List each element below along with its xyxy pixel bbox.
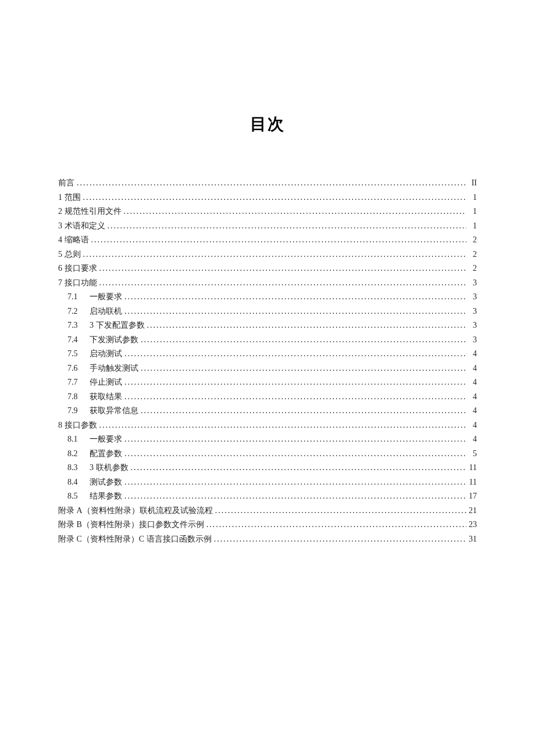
toc-leader-dots bbox=[122, 347, 466, 361]
toc-leader-dots bbox=[122, 375, 466, 390]
toc-entry-page: 11 bbox=[466, 475, 477, 490]
toc-entry-page: II bbox=[466, 176, 477, 191]
toc-entry-page: 21 bbox=[466, 504, 477, 518]
toc-entry-number: 8.3 bbox=[67, 461, 90, 475]
toc-entry-page: 1 bbox=[466, 205, 477, 219]
toc-entry-number: 7.4 bbox=[67, 333, 90, 347]
toc-entry: 8.5结果参数17 bbox=[58, 489, 477, 504]
toc-entry-number: 8.1 bbox=[67, 432, 90, 447]
toc-entry-label: 5 总则 bbox=[58, 248, 81, 262]
toc-entry-label: 结果参数 bbox=[90, 489, 122, 504]
toc-leader-dots bbox=[122, 205, 467, 219]
toc-entry: 7.5启动测试4 bbox=[58, 347, 477, 361]
toc-entry: 8.2配置参数5 bbox=[58, 447, 477, 461]
toc-entry-label: 附录 C（资料性附录）C 语言接口函数示例 bbox=[58, 532, 212, 547]
toc-leader-dots bbox=[89, 233, 467, 248]
toc-leader-dots bbox=[97, 418, 467, 433]
toc-entry-label: 6 接口要求 bbox=[58, 261, 97, 276]
toc-entry: 7.1一般要求3 bbox=[58, 290, 477, 304]
toc-entry-label: 获取结果 bbox=[90, 390, 122, 404]
toc-leader-dots bbox=[122, 290, 466, 304]
toc-leader-dots bbox=[122, 432, 466, 447]
toc-entry-page: 2 bbox=[466, 248, 477, 262]
toc-entry-page: 1 bbox=[466, 219, 477, 234]
toc-entry-label: 附录 A（资料性附录）联机流程及试验流程 bbox=[58, 504, 213, 518]
toc-entry-page: 4 bbox=[466, 418, 477, 433]
toc-leader-dots bbox=[122, 447, 466, 461]
toc-entry: 7.9获取异常信息4 bbox=[58, 404, 477, 418]
toc-entry-label: 8 接口参数 bbox=[58, 418, 97, 433]
toc-entry-number: 7.2 bbox=[67, 304, 90, 319]
toc-leader-dots bbox=[122, 489, 466, 504]
toc-leader-dots bbox=[138, 333, 466, 347]
page-container: 目次 前言II1 范围12 规范性引用文件13 术语和定义14 缩略语25 总则… bbox=[0, 0, 535, 581]
toc-entry-label: 下发测试参数 bbox=[90, 333, 138, 347]
toc-entry-page: 3 bbox=[466, 276, 477, 291]
toc-title: 目次 bbox=[58, 113, 477, 135]
toc-entry-label: 停止测试 bbox=[90, 375, 122, 390]
toc-leader-dots bbox=[212, 532, 466, 547]
toc-entry-label: 获取异常信息 bbox=[90, 404, 138, 418]
toc-entry-page: 5 bbox=[466, 447, 477, 461]
toc-entry-page: 4 bbox=[466, 375, 477, 390]
toc-entry-number: 8.5 bbox=[67, 489, 90, 504]
toc-leader-dots bbox=[74, 176, 466, 191]
toc-entry-label: 3 联机参数 bbox=[90, 461, 129, 475]
toc-leader-dots bbox=[97, 276, 467, 291]
toc-entry-label: 3 术语和定义 bbox=[58, 219, 105, 234]
toc-entry: 8 接口参数4 bbox=[58, 418, 477, 433]
toc-entry-label: 一般要求 bbox=[90, 432, 122, 447]
toc-leader-dots bbox=[138, 361, 466, 376]
toc-entry-number: 7.1 bbox=[67, 290, 90, 304]
toc-entry-page: 31 bbox=[466, 532, 477, 547]
toc-leader-dots bbox=[81, 191, 467, 205]
toc-entry-label: 前言 bbox=[58, 176, 74, 191]
toc-entry-number: 8.4 bbox=[67, 475, 90, 490]
toc-entry-page: 4 bbox=[466, 390, 477, 404]
toc-entry: 7.8获取结果4 bbox=[58, 390, 477, 404]
toc-entry-page: 11 bbox=[466, 461, 477, 475]
toc-entry-label: 2 规范性引用文件 bbox=[58, 205, 122, 219]
toc-entry-page: 2 bbox=[466, 261, 477, 276]
toc-entry-number: 8.2 bbox=[67, 447, 90, 461]
toc-entry-label: 启动联机 bbox=[90, 304, 122, 319]
toc-entry: 6 接口要求2 bbox=[58, 261, 477, 276]
toc-entry: 7.7停止测试4 bbox=[58, 375, 477, 390]
toc-leader-dots bbox=[81, 248, 467, 262]
toc-entry-label: 附录 B（资料性附录）接口参数文件示例 bbox=[58, 518, 204, 532]
toc-entry-number: 7.5 bbox=[67, 347, 90, 361]
toc-entry: 8.4测试参数11 bbox=[58, 475, 477, 490]
toc-entry-number: 7.3 bbox=[67, 318, 90, 333]
toc-leader-dots bbox=[105, 219, 467, 234]
toc-entry-label: 配置参数 bbox=[90, 447, 122, 461]
toc-entry-label: 7 接口功能 bbox=[58, 276, 97, 291]
toc-entry-label: 测试参数 bbox=[90, 475, 122, 490]
toc-leader-dots bbox=[122, 390, 466, 404]
toc-entry-page: 3 bbox=[466, 304, 477, 319]
toc-entry: 7.6手动触发测试4 bbox=[58, 361, 477, 376]
toc-entry-page: 4 bbox=[466, 432, 477, 447]
toc-entry-page: 4 bbox=[466, 404, 477, 418]
toc-entry-page: 4 bbox=[466, 347, 477, 361]
toc-leader-dots bbox=[122, 475, 466, 490]
toc-entry: 8.1一般要求4 bbox=[58, 432, 477, 447]
toc-entry-number: 7.9 bbox=[67, 404, 90, 418]
toc-entry: 7 接口功能3 bbox=[58, 276, 477, 291]
toc-leader-dots bbox=[122, 304, 466, 319]
toc-leader-dots bbox=[204, 518, 466, 532]
toc-entry: 7.4下发测试参数3 bbox=[58, 333, 477, 347]
toc-list: 前言II1 范围12 规范性引用文件13 术语和定义14 缩略语25 总则26 … bbox=[58, 176, 477, 546]
toc-entry: 5 总则2 bbox=[58, 248, 477, 262]
toc-entry-page: 1 bbox=[466, 191, 477, 205]
toc-entry-page: 17 bbox=[466, 489, 477, 504]
toc-entry: 附录 A（资料性附录）联机流程及试验流程21 bbox=[58, 504, 477, 518]
toc-entry: 前言II bbox=[58, 176, 477, 191]
toc-entry-page: 2 bbox=[466, 233, 477, 248]
toc-leader-dots bbox=[213, 504, 466, 518]
toc-entry-page: 3 bbox=[466, 333, 477, 347]
toc-entry: 7.33 下发配置参数3 bbox=[58, 318, 477, 333]
toc-entry-page: 23 bbox=[466, 518, 477, 532]
toc-entry-label: 启动测试 bbox=[90, 347, 122, 361]
toc-leader-dots bbox=[138, 404, 466, 418]
toc-leader-dots bbox=[129, 461, 467, 475]
